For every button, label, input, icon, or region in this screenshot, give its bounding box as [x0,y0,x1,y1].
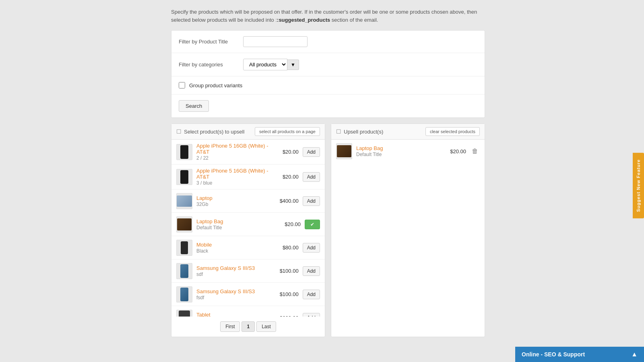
product-info: Samsung Galaxy S III/S3 sdf [196,265,275,277]
add-btn[interactable]: Add [303,243,320,253]
filter-category-row: Filter by categories All products ▼ [171,53,485,76]
current-page-btn[interactable]: 1 [242,321,255,332]
product-info: Tablet Black [196,312,275,317]
product-info: Samsung Galaxy S III/S3 fsdf [196,288,275,300]
filter-title-row: Filter by Product Title [171,31,485,53]
filter-title-input[interactable] [243,36,308,47]
description-text: Specify the products which will be propo… [171,8,485,24]
upsell-panel-header: ☐ Upsell product(s) clear selected produ… [331,124,485,140]
added-btn[interactable]: ✔ [305,220,320,229]
product-variant: 32Gb [196,202,208,207]
clear-products-btn[interactable]: clear selected products [425,127,480,136]
search-button[interactable]: Search [179,100,209,112]
pagination: First 1 Last [171,317,325,337]
product-price: $100.00 [275,268,299,274]
first-page-btn[interactable]: First [220,321,240,332]
product-thumbnail [176,263,192,279]
template-variable: :suggested_products [277,17,330,23]
group-variants-row: Group product variants [171,76,485,95]
product-thumbnail [176,193,192,209]
suggest-feature-tab[interactable]: Suggest New Feature [633,153,644,218]
product-info: Laptop 32Gb [196,195,275,207]
group-variants-checkbox[interactable] [179,82,185,88]
table-row: Apple iPhone 5 16GB (White) - AT&T 3 / b… [171,165,325,189]
product-name: Samsung Galaxy S III/S3 [196,265,275,271]
add-btn[interactable]: Add [303,196,320,206]
product-name: Apple iPhone 5 16GB (White) - AT&T [196,143,275,155]
product-variant: fsdf [196,295,204,300]
product-name: Apple iPhone 5 16GB (White) - AT&T [196,168,275,180]
category-arrow-btn[interactable]: ▼ [287,60,299,70]
table-row: Samsung Galaxy S III/S3 fsdf $100.00 Add [171,283,325,306]
product-thumbnail [176,169,192,185]
upsell-product-list: Laptop Bag Default Title $20.00 🗑 [331,140,485,163]
seo-bar[interactable]: Online - SEO & Support ▲ [515,347,644,362]
table-row: Tablet Black $600.00 Add [171,306,325,317]
product-info: Apple iPhone 5 16GB (White) - AT&T 2 / 2… [196,143,275,161]
select-all-btn[interactable]: select all products on a page [255,127,320,136]
table-row: Samsung Galaxy S III/S3 sdf $100.00 Add [171,259,325,283]
product-name: Mobile [196,242,275,248]
product-price: $80.00 [275,245,299,251]
product-variant: Black [196,248,208,254]
product-list: Apple iPhone 5 16GB (White) - AT&T 2 / 2… [171,140,325,317]
category-dropdown: All products ▼ [243,59,299,70]
product-thumbnail [336,143,352,159]
filter-title-label: Filter by Product Title [179,39,243,45]
filter-panel: Filter by Product Title Filter by catego… [171,30,485,118]
product-name: Laptop Bag [356,145,442,151]
product-variant: Default Title [196,225,222,230]
seo-bar-label: Online - SEO & Support [522,351,585,358]
product-variant: sdf [196,272,203,277]
upsell-products-panel: ☐ Upsell product(s) clear selected produ… [331,123,485,337]
add-btn[interactable]: Add [303,313,320,317]
product-price: $20.00 [277,221,301,227]
product-price: $20.00 [275,174,299,180]
filter-category-label: Filter by categories [179,62,243,68]
category-select[interactable]: All products [243,59,287,70]
product-price: $600.00 [275,315,299,317]
add-btn[interactable]: Add [303,290,320,299]
product-name: Tablet [196,312,275,317]
table-row: Laptop Bag Default Title $20.00 🗑 [331,140,485,163]
products-area: ☐ Select product(s) to upsell select all… [171,123,485,337]
product-thumbnail [176,310,192,317]
product-variant: 2 / 22 [196,155,208,161]
product-price: $20.00 [442,148,466,154]
select-panel-header: ☐ Select product(s) to upsell select all… [171,124,325,140]
product-name: Samsung Galaxy S III/S3 [196,288,275,294]
table-row: Mobile Black $80.00 Add [171,236,325,259]
product-thumbnail [176,286,192,302]
product-info: Apple iPhone 5 16GB (White) - AT&T 3 / b… [196,168,275,186]
delete-btn[interactable]: 🗑 [470,146,480,156]
last-page-btn[interactable]: Last [256,321,276,332]
product-info: Mobile Black [196,242,275,254]
product-info: Laptop Bag Default Title [196,218,277,230]
select-panel-label: Select product(s) to upsell [184,129,244,135]
table-row: Laptop Bag Default Title $20.00 ✔ [171,213,325,236]
seo-bar-arrow: ▲ [631,351,638,358]
select-products-panel: ☐ Select product(s) to upsell select all… [171,123,325,337]
product-price: $20.00 [275,149,299,155]
group-variants-label: Group product variants [189,82,242,88]
product-name: Laptop [196,195,275,201]
upsell-panel-icon: ☐ [336,128,341,135]
add-btn[interactable]: Add [303,147,320,157]
product-name: Laptop Bag [196,218,277,224]
product-thumbnail [176,216,192,232]
upsell-panel-title: ☐ Upsell product(s) [336,128,383,135]
search-btn-row: Search [171,95,485,117]
select-panel-title: ☐ Select product(s) to upsell [176,128,244,135]
select-panel-icon: ☐ [176,128,182,135]
upsell-panel-label: Upsell product(s) [344,129,383,135]
product-price: $400.00 [275,198,299,204]
product-thumbnail [176,240,192,256]
table-row: Apple iPhone 5 16GB (White) - AT&T 2 / 2… [171,140,325,165]
product-info: Laptop Bag Default Title [356,145,442,157]
product-variant: Default Title [356,152,382,157]
add-btn[interactable]: Add [303,172,320,182]
add-btn[interactable]: Add [303,266,320,276]
product-variant: 3 / blue [196,180,212,186]
product-price: $100.00 [275,291,299,297]
table-row: Laptop 32Gb $400.00 Add [171,189,325,213]
